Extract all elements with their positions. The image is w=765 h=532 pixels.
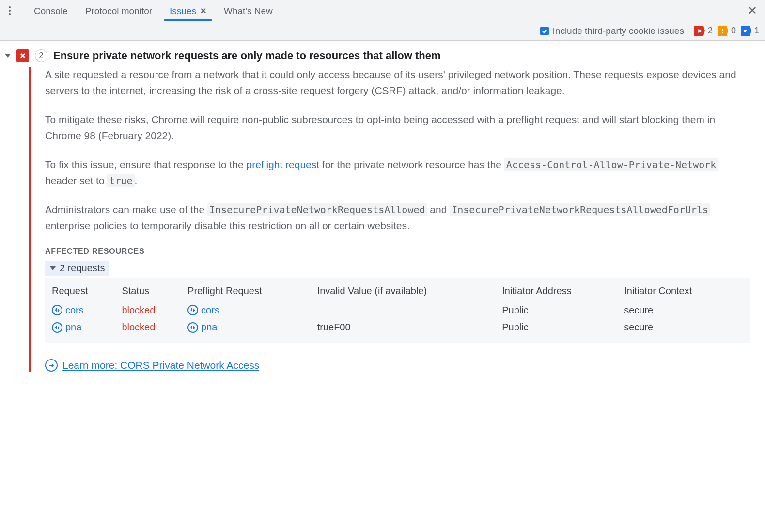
error-badge-icon (694, 26, 705, 36)
tab-whats-new[interactable]: What's New (215, 1, 281, 20)
invalid-cell (317, 301, 502, 319)
request-link[interactable]: pna (52, 322, 81, 333)
arrow-right-icon (45, 359, 58, 372)
request-icon (52, 322, 62, 333)
issue-count-pill: 2 (35, 49, 47, 62)
initiator-ctx-cell: secure (624, 301, 744, 319)
table-row: cors blocked cors Public secure (52, 301, 744, 319)
tab-issues-label: Issues (170, 6, 196, 16)
toolbar-divider (689, 26, 689, 36)
requests-table: Request Status Preflight Request Invalid… (45, 278, 750, 343)
close-icon[interactable]: ✕ (200, 6, 206, 16)
thirdparty-cookie-label: Include third-party cookie issues (553, 26, 684, 36)
close-panel-icon[interactable]: ✕ (746, 4, 759, 17)
issue-paragraph-4: Administrators can make use of the Insec… (45, 202, 750, 234)
code-acapn: Access-Control-Allow-Private-Network (504, 158, 718, 171)
thirdparty-cookie-toggle[interactable]: Include third-party cookie issues (540, 26, 684, 36)
code-policy1: InsecurePrivateNetworkRequestsAllowed (207, 203, 427, 216)
col-preflight: Preflight Request (187, 282, 317, 301)
request-link[interactable]: cors (52, 305, 84, 316)
status-cell: blocked (122, 319, 187, 336)
col-request: Request (52, 282, 122, 301)
table-row: pna blocked pna trueF00 Public secure (52, 319, 744, 336)
issue-paragraph-1: A site requested a resource from a netwo… (45, 67, 750, 98)
col-status: Status (122, 282, 187, 301)
issue-item: 2 Ensure private network requests are on… (0, 47, 765, 372)
issue-title: Ensure private network requests are only… (53, 49, 441, 62)
initiator-ctx-cell: secure (624, 319, 744, 336)
error-icon (16, 49, 29, 62)
request-icon (187, 322, 198, 333)
warning-count-badge[interactable]: 0 (718, 26, 736, 36)
request-icon (187, 305, 198, 315)
table-header-row: Request Status Preflight Request Invalid… (52, 282, 744, 301)
issue-paragraph-3: To fix this issue, ensure that response … (45, 157, 750, 188)
info-badge-icon (741, 26, 751, 36)
tab-protocol-monitor[interactable]: Protocol monitor (77, 1, 161, 20)
tab-console[interactable]: Console (25, 1, 77, 20)
code-policy2: InsecurePrivateNetworkRequestsAllowedFor… (450, 203, 710, 216)
info-count-badge[interactable]: 1 (741, 26, 759, 36)
issues-content[interactable]: 2 Ensure private network requests are on… (0, 41, 765, 532)
learn-more-row: Learn more: CORS Private Network Access (45, 359, 750, 372)
learn-more-link[interactable]: Learn more: CORS Private Network Access (62, 360, 259, 371)
expand-toggle-icon[interactable] (5, 54, 11, 58)
affected-resources-label: AFFECTED RESOURCES (45, 247, 750, 256)
preflight-link[interactable]: cors (187, 305, 219, 316)
preflight-request-link[interactable]: preflight request (247, 159, 320, 170)
warning-badge-icon (718, 26, 728, 36)
code-true: true (107, 174, 134, 187)
col-invalid: Invalid Value (if available) (317, 282, 502, 301)
issue-header[interactable]: 2 Ensure private network requests are on… (5, 47, 765, 67)
chevron-down-icon (50, 266, 56, 270)
issue-paragraph-2: To mitigate these risks, Chrome will req… (45, 112, 750, 143)
issue-body: A site requested a resource from a netwo… (29, 67, 765, 372)
issues-toolbar: Include third-party cookie issues 2 0 1 (0, 21, 765, 41)
request-icon (52, 305, 62, 315)
requests-summary-toggle[interactable]: 2 requests (45, 261, 109, 276)
initiator-addr-cell: Public (502, 319, 624, 336)
status-cell: blocked (122, 301, 187, 319)
more-menu-icon[interactable] (5, 4, 15, 17)
devtools-tabbar: Console Protocol monitor Issues ✕ What's… (0, 0, 765, 21)
col-initiator-addr: Initiator Address (502, 282, 624, 301)
preflight-link[interactable]: pna (187, 322, 217, 333)
invalid-cell: trueF00 (317, 319, 502, 336)
error-count-badge[interactable]: 2 (694, 26, 713, 36)
checkbox-checked-icon (540, 27, 549, 35)
requests-summary-text: 2 requests (60, 263, 105, 274)
col-initiator-ctx: Initiator Context (624, 282, 744, 301)
initiator-addr-cell: Public (502, 301, 624, 319)
tab-issues[interactable]: Issues ✕ (161, 1, 215, 20)
